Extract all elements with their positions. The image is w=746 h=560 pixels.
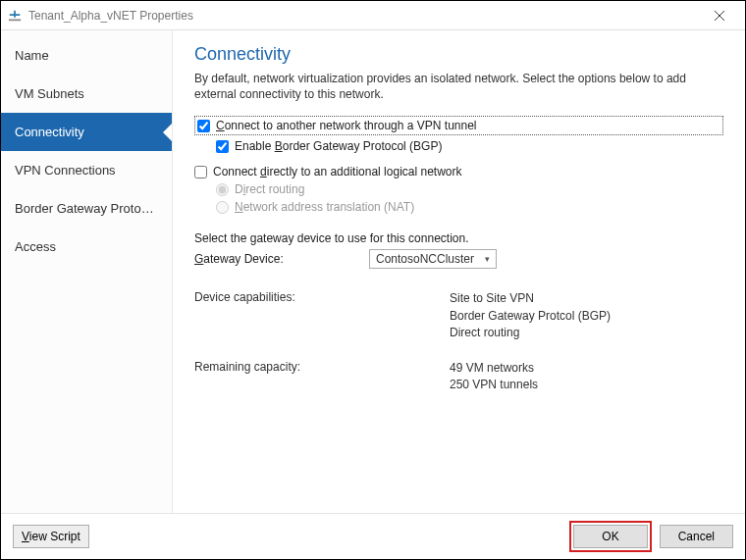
sidebar-item-vm-subnets[interactable]: VM Subnets [1,75,172,113]
info-grid: Device capabilities: Site to Site VPN Bo… [194,290,723,393]
gateway-device-selected: ContosoNCCluster [376,252,474,266]
ok-button[interactable]: OK [573,525,647,548]
footer: View Script OK Cancel [1,514,745,559]
option-enable-bgp[interactable]: Enable Border Gateway Protocol (BGP) [194,137,723,155]
sidebar-item-name[interactable]: Name [1,36,172,75]
view-script-button[interactable]: View Script [13,525,89,548]
checkbox-enable-bgp[interactable] [216,140,229,153]
page-title: Connectivity [194,44,723,65]
sidebar-item-connectivity[interactable]: Connectivity [1,113,172,151]
sidebar: Name VM Subnets Connectivity VPN Connect… [1,30,173,513]
app-icon [7,8,23,24]
label-nat: Network address translation (NAT) [235,200,414,214]
properties-window: Tenant_Alpha_vNET Properties Name VM Sub… [0,0,746,560]
sidebar-item-bgp[interactable]: Border Gateway Protocol... [1,189,172,228]
checkbox-vpn-tunnel[interactable] [197,120,210,132]
option-nat[interactable]: Network address translation (NAT) [194,198,723,216]
label-direct-logical: Connect directly to an additional logica… [213,165,462,178]
label-direct-routing: Direct routing [235,182,304,196]
remaining-values: 49 VM networks 250 VPN tunnels [450,360,723,394]
remaining-label: Remaining capacity: [194,360,450,394]
device-caps-values: Site to Site VPN Border Gateway Protcol … [450,290,723,341]
dialog-body: Name VM Subnets Connectivity VPN Connect… [1,30,745,514]
window-title: Tenant_Alpha_vNET Properties [28,9,700,23]
content-pane: Connectivity By default, network virtual… [173,30,745,513]
sidebar-item-vpn-connections[interactable]: VPN Connections [1,151,172,189]
close-button[interactable] [700,2,739,29]
intro-text: By default, network virtualization provi… [194,71,723,102]
gateway-device-dropdown[interactable]: ContosoNCCluster ▾ [369,249,497,269]
chevron-down-icon: ▾ [485,254,490,264]
ok-highlight: OK [569,521,651,552]
label-vpn-tunnel: Connect to another network through a VPN… [216,119,477,132]
device-caps-label: Device capabilities: [194,290,450,341]
option-vpn-tunnel[interactable]: Connect to another network through a VPN… [194,114,723,137]
close-icon [715,11,724,21]
radio-direct-routing[interactable] [216,183,229,196]
cancel-button[interactable]: Cancel [660,525,733,548]
gateway-select-text: Select the gateway device to use for thi… [194,231,723,245]
svg-rect-1 [10,14,21,16]
svg-rect-2 [9,19,21,21]
option-direct-logical[interactable]: Connect directly to an additional logica… [194,163,723,180]
option-direct-routing[interactable]: Direct routing [194,180,723,198]
gateway-label: Gateway Device: [194,252,361,266]
label-enable-bgp: Enable Border Gateway Protocol (BGP) [235,139,442,153]
checkbox-direct-logical[interactable] [194,166,207,178]
gateway-row: Gateway Device: ContosoNCCluster ▾ [194,249,723,269]
titlebar: Tenant_Alpha_vNET Properties [1,1,745,30]
radio-nat[interactable] [216,201,229,214]
sidebar-item-access[interactable]: Access [1,228,172,266]
